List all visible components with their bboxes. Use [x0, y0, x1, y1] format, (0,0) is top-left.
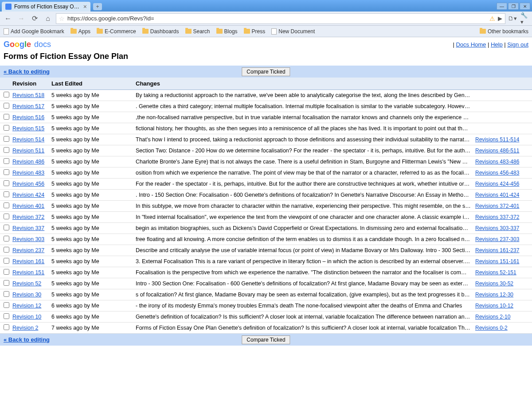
revision-link[interactable]: Revision 2: [12, 325, 38, 331]
revision-link[interactable]: Revision 518: [12, 92, 44, 98]
wrench-menu-icon[interactable]: 🔧▾: [520, 14, 529, 23]
revision-checkbox[interactable]: [4, 236, 9, 241]
bookmark-folder-press[interactable]: Press: [244, 28, 266, 35]
revision-link[interactable]: Revision 514: [12, 136, 44, 143]
revision-link[interactable]: Revision 486: [12, 159, 44, 165]
revision-link[interactable]: Revision 456: [12, 181, 44, 187]
revision-link[interactable]: Revision 12: [12, 303, 41, 309]
revision-checkbox[interactable]: [4, 247, 9, 253]
revision-range-link[interactable]: Revisions 0-2: [475, 325, 508, 331]
bookmark-folder-blogs[interactable]: Blogs: [216, 28, 238, 35]
tab-favicon: [5, 4, 12, 10]
help-link[interactable]: Help: [491, 41, 503, 48]
revision-link[interactable]: Revision 303: [12, 236, 44, 242]
revision-checkbox[interactable]: [4, 258, 9, 264]
back-to-editing-link[interactable]: « Back to editing: [4, 68, 50, 75]
revision-range-link[interactable]: Revisions 486-511: [475, 148, 519, 154]
revision-link[interactable]: Revision 516: [12, 114, 44, 121]
revision-last-edited: 5 weeks ago by Me: [51, 148, 136, 154]
revision-range-link[interactable]: Revisions 12-30: [475, 292, 513, 298]
revision-link[interactable]: Revision 511: [12, 148, 44, 154]
bookmark-other[interactable]: Other bookmarks: [480, 28, 528, 35]
revision-checkbox[interactable]: [4, 147, 9, 153]
back-button[interactable]: ←: [3, 13, 13, 24]
revision-checkbox[interactable]: [4, 103, 9, 109]
revision-checkbox[interactable]: [4, 92, 9, 97]
revision-range-link[interactable]: Revisions 52-151: [475, 269, 516, 276]
bookmark-star-icon[interactable]: ☆: [59, 15, 65, 22]
revision-checkbox[interactable]: [4, 269, 9, 275]
revision-link[interactable]: Revision 30: [12, 292, 41, 298]
window-minimize-button[interactable]: —: [497, 3, 507, 10]
revision-link[interactable]: Revision 10: [12, 314, 41, 320]
revision-checkbox[interactable]: [4, 169, 9, 175]
back-to-editing-link[interactable]: « Back to editing: [4, 336, 50, 343]
window-close-button[interactable]: ✕: [520, 3, 530, 10]
browser-tab[interactable]: Forms of Fiction Essay One... ×: [2, 2, 90, 12]
revision-checkbox[interactable]: [4, 291, 9, 297]
new-tab-button[interactable]: +: [93, 3, 102, 10]
revision-checkbox[interactable]: [4, 191, 9, 197]
bookmark-folder-search[interactable]: Search: [185, 28, 210, 35]
google-docs-logo[interactable]: Google docs: [4, 40, 51, 49]
bookmark-folder-apps[interactable]: Apps: [70, 28, 90, 35]
revision-link[interactable]: Revision 151: [12, 269, 44, 276]
bookmark-new-document[interactable]: New Document: [271, 28, 315, 35]
revision-checkbox[interactable]: [4, 136, 9, 142]
compare-ticked-button[interactable]: Compare Ticked: [242, 335, 290, 344]
revision-link[interactable]: Revision 372: [12, 214, 44, 220]
revision-checkbox[interactable]: [4, 202, 9, 208]
close-tab-icon[interactable]: ×: [83, 4, 87, 10]
revision-link[interactable]: Revision 337: [12, 225, 44, 231]
revision-checkbox[interactable]: [4, 125, 9, 131]
revision-range-link[interactable]: Revisions 511-514: [475, 136, 519, 143]
revision-link[interactable]: Revision 515: [12, 125, 44, 132]
revision-link[interactable]: Revision 483: [12, 170, 44, 176]
revision-range-link[interactable]: Revisions 424-456: [475, 181, 519, 187]
revision-checkbox[interactable]: [4, 158, 9, 164]
revision-link[interactable]: Revision 517: [12, 103, 44, 109]
signout-link[interactable]: Sign out: [507, 41, 528, 48]
home-button[interactable]: ⌂: [43, 13, 53, 24]
docs-home-link[interactable]: Docs Home: [456, 41, 486, 48]
revision-checkbox[interactable]: [4, 313, 9, 319]
bookmark-folder-ecommerce[interactable]: E-Commerce: [97, 28, 136, 35]
revision-range-link[interactable]: Revisions 483-486: [475, 159, 519, 165]
revision-link[interactable]: Revision 161: [12, 258, 44, 265]
revision-checkbox[interactable]: [4, 180, 9, 186]
revision-range-link[interactable]: Revisions 372-401: [475, 203, 519, 209]
bookmark-folder-dashboards[interactable]: Dashboards: [142, 28, 179, 35]
revision-checkbox[interactable]: [4, 324, 9, 330]
revision-range-link[interactable]: Revisions 2-10: [475, 314, 510, 320]
revision-link[interactable]: Revision 52: [12, 280, 41, 287]
revision-checkbox[interactable]: [4, 214, 9, 219]
revision-row: Revision 4835 weeks ago by Meosition fro…: [0, 167, 532, 179]
revision-range-link[interactable]: Revisions 161-237: [475, 247, 519, 253]
revision-row: Revision 3035 weeks ago by Mefree floati…: [0, 234, 532, 245]
revision-range-link[interactable]: Revisions 337-372: [475, 214, 519, 220]
url-bar[interactable]: ☆ https://docs.google.com/Revs?id= ⚠ ▶: [56, 13, 505, 24]
col-header-revision: Revision: [12, 80, 51, 87]
revision-range-link[interactable]: Revisions 151-161: [475, 258, 519, 265]
bookmark-add-google[interactable]: Add Google Bookmark: [4, 28, 64, 35]
window-maximize-button[interactable]: ❐: [508, 3, 519, 10]
revision-last-edited: 5 weeks ago by Me: [51, 92, 136, 98]
revision-link[interactable]: Revision 401: [12, 203, 44, 209]
compare-ticked-button[interactable]: Compare Ticked: [242, 67, 290, 76]
reload-button[interactable]: ⟳: [29, 13, 40, 24]
revision-range-link[interactable]: Revisions 456-483: [475, 170, 519, 176]
revision-range-link[interactable]: Revisions 30-52: [475, 280, 513, 287]
revision-range-link[interactable]: Revisions 303-337: [475, 225, 519, 231]
page-menu-icon[interactable]: 🗋▾: [508, 14, 517, 23]
revision-checkbox[interactable]: [4, 114, 9, 120]
revision-range-link[interactable]: Revisions 401-424: [475, 192, 519, 198]
revision-checkbox[interactable]: [4, 225, 9, 230]
revision-range-link[interactable]: Revisions 237-303: [475, 236, 519, 242]
revision-checkbox[interactable]: [4, 280, 9, 286]
go-icon[interactable]: ▶: [498, 15, 502, 22]
forward-button[interactable]: →: [16, 13, 27, 24]
revision-link[interactable]: Revision 237: [12, 247, 44, 253]
revision-checkbox[interactable]: [4, 302, 9, 308]
revision-range-link[interactable]: Revisions 10-12: [475, 303, 513, 309]
revision-link[interactable]: Revision 424: [12, 192, 44, 198]
